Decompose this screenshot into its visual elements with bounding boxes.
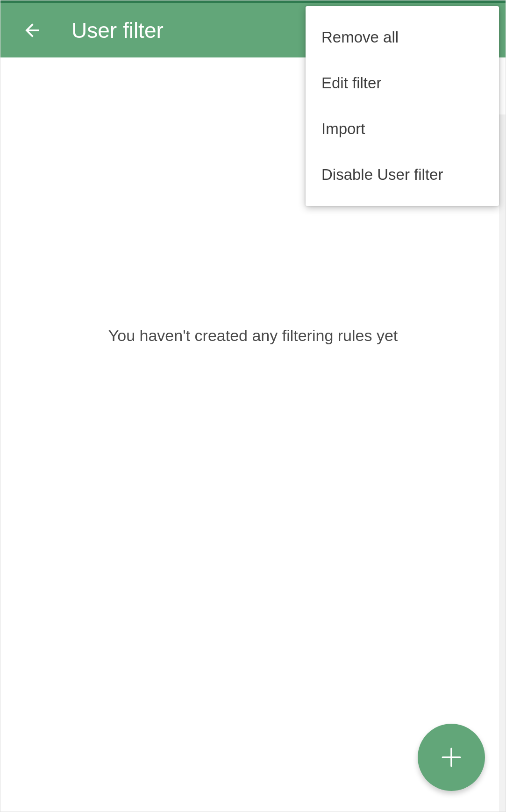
menu-item-disable-user-filter[interactable]: Disable User filter — [306, 152, 499, 198]
page-title: User filter — [71, 18, 164, 43]
arrow-left-icon — [22, 20, 43, 41]
menu-item-import[interactable]: Import — [306, 106, 499, 152]
add-rule-button[interactable] — [418, 724, 485, 791]
overflow-menu: Remove all Edit filter Import Disable Us… — [306, 6, 499, 206]
empty-state-message: You haven't created any filtering rules … — [0, 327, 506, 345]
plus-icon — [438, 744, 464, 770]
scrollbar-track — [499, 114, 506, 812]
menu-item-remove-all[interactable]: Remove all — [306, 14, 499, 60]
menu-item-edit-filter[interactable]: Edit filter — [306, 60, 499, 106]
app-screen: User filter You haven't created any filt… — [0, 0, 506, 812]
back-button[interactable] — [17, 15, 47, 45]
